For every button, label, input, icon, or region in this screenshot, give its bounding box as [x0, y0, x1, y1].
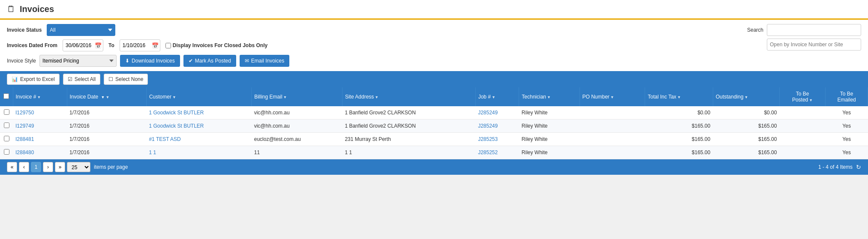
per-page-select[interactable]: 25 50 100: [67, 162, 90, 172]
uncheck-icon: ☐: [108, 76, 113, 82]
search-label: Search: [747, 27, 763, 33]
outstanding: $165.00: [713, 133, 779, 146]
invoices-icon: 🗒: [7, 4, 15, 14]
calendar-to-icon[interactable]: 📅: [152, 42, 159, 49]
to-be-posted: [779, 133, 825, 146]
customer: 1 1: [146, 146, 251, 159]
site-address: 1 Banfield Grove2 CLARKSON: [342, 106, 475, 120]
open-by-invoice-number-input[interactable]: [767, 39, 861, 51]
action-bar: 📊 Export to Excel ☑ Select All ☐ Select …: [0, 71, 868, 87]
to-be-emailed: Yes: [826, 120, 868, 133]
col-total-inc-tax[interactable]: Total Inc Tax▼: [645, 87, 713, 106]
to-be-emailed: Yes: [826, 106, 868, 120]
col-to-be-emailed[interactable]: To BeEmailed: [826, 87, 868, 106]
customer-link[interactable]: 1 Goodwick St BUTLER: [149, 110, 204, 116]
col-invoice-num[interactable]: Invoice #▼: [13, 87, 67, 106]
po-number: [580, 133, 645, 146]
last-page-button[interactable]: »: [55, 162, 65, 172]
to-be-posted: [779, 146, 825, 159]
row-checkbox[interactable]: [4, 109, 9, 115]
total-inc-tax: $165.00: [645, 146, 713, 159]
invoice-style-select[interactable]: Itemised Pricing Summary Pricing Detaile…: [39, 55, 117, 67]
invoice-num: I129749: [13, 120, 67, 133]
prev-page-button[interactable]: ‹: [19, 162, 29, 172]
customer-link[interactable]: 1 1: [149, 149, 156, 155]
search-area: Search: [747, 24, 861, 51]
site-address: 1 1: [342, 146, 475, 159]
invoice-num: I288481: [13, 133, 67, 146]
col-po-number[interactable]: PO Number▼: [580, 87, 645, 106]
invoice-status-select[interactable]: All Draft Posted Paid Overdue: [47, 24, 115, 36]
job-num-link[interactable]: J285249: [478, 110, 498, 116]
invoice-num: I288480: [13, 146, 67, 159]
to-be-posted: [779, 120, 825, 133]
search-input[interactable]: [767, 24, 861, 36]
table-row: I1297501/7/20161 Goodwick St BUTLERvic@h…: [0, 106, 868, 120]
invoice-num-link[interactable]: I129750: [15, 110, 34, 116]
col-outstanding[interactable]: Outstanding▼: [713, 87, 779, 106]
invoice-num-link[interactable]: I288481: [15, 136, 34, 142]
col-site-address[interactable]: Site Address▼: [342, 87, 475, 106]
col-invoice-date[interactable]: Invoice Date ▼▼: [67, 87, 146, 106]
job-num-link[interactable]: J285252: [478, 149, 498, 155]
invoice-date: 1/7/2016: [67, 133, 146, 146]
job-num-link[interactable]: J285249: [478, 123, 498, 129]
total-items-label: 1 - 4 of 4 Items: [818, 164, 853, 170]
check-icon: ✔: [189, 58, 193, 64]
customer-link[interactable]: #1 TEST ASD: [149, 136, 180, 142]
first-page-button[interactable]: «: [7, 162, 17, 172]
outstanding: $165.00: [713, 146, 779, 159]
invoice-date: 1/7/2016: [67, 146, 146, 159]
display-closed-checkbox[interactable]: [165, 43, 171, 48]
check-all-icon: ☑: [68, 76, 72, 82]
col-technician[interactable]: Technician▼: [519, 87, 580, 106]
col-billing-email[interactable]: Billing Email▼: [252, 87, 342, 106]
customer: #1 TEST ASD: [146, 133, 251, 146]
site-address: 1 Banfield Grove2 CLARKSON: [342, 120, 475, 133]
table-row: I2884811/7/2016#1 TEST ASDeucloz@test.co…: [0, 133, 868, 146]
pagination-bar: « ‹ 1 › » 25 50 100 items per page 1 - 4…: [0, 159, 868, 175]
job-num: J285253: [475, 133, 519, 146]
download-icon: ⬇: [125, 58, 129, 64]
select-all-button[interactable]: ☑ Select All: [63, 74, 100, 85]
table-row: I2884801/7/20161 1111 1J285252Riley Whit…: [0, 146, 868, 159]
customer-link[interactable]: 1 Goodwick St BUTLER: [149, 123, 204, 129]
items-per-page-label: items per page: [94, 164, 128, 170]
site-address: 231 Murray St Perth: [342, 133, 475, 146]
invoice-date: 1/7/2016: [67, 106, 146, 120]
date-to-label: To: [108, 42, 114, 48]
billing-email: 11: [252, 146, 342, 159]
header-checkbox-col: [0, 87, 13, 106]
to-be-posted: [779, 106, 825, 120]
technician: Riley White: [519, 120, 580, 133]
date-to-wrap: 📅: [120, 39, 160, 51]
col-job-num[interactable]: Job #▼: [475, 87, 519, 106]
row-checkbox[interactable]: [4, 122, 9, 128]
mark-as-posted-button[interactable]: ✔ Mark As Posted: [183, 55, 236, 67]
table-row: I1297491/7/20161 Goodwick St BUTLERvic@h…: [0, 120, 868, 133]
row-checkbox[interactable]: [4, 149, 9, 155]
download-invoices-button[interactable]: ⬇ Download Invoices: [120, 55, 180, 67]
excel-icon: 📊: [12, 76, 18, 82]
export-to-excel-button[interactable]: 📊 Export to Excel: [7, 74, 60, 85]
header-checkbox[interactable]: [3, 93, 9, 99]
page-1-button[interactable]: 1: [31, 162, 41, 172]
outstanding: $165.00: [713, 120, 779, 133]
invoice-num-link[interactable]: I129749: [15, 123, 34, 129]
select-none-button[interactable]: ☐ Select None: [104, 74, 148, 85]
next-page-button[interactable]: ›: [43, 162, 53, 172]
job-num-link[interactable]: J285253: [478, 136, 498, 142]
calendar-from-icon[interactable]: 📅: [95, 42, 102, 49]
row-checkbox[interactable]: [4, 136, 9, 141]
email-icon: ✉: [245, 58, 249, 64]
invoice-num-link[interactable]: I288480: [15, 149, 34, 155]
refresh-icon[interactable]: ↻: [856, 164, 861, 170]
col-to-be-posted[interactable]: To BePosted▼: [779, 87, 825, 106]
invoice-status-label: Invoice Status: [7, 27, 42, 33]
email-invoices-button[interactable]: ✉ Email Invoices: [240, 55, 289, 67]
col-customer[interactable]: Customer▼: [146, 87, 251, 106]
display-closed-label[interactable]: Display Invoices For Closed Jobs Only: [165, 42, 267, 48]
date-from-label: Invoices Dated From: [7, 42, 57, 48]
invoice-num: I129750: [13, 106, 67, 120]
total-inc-tax: $165.00: [645, 120, 713, 133]
